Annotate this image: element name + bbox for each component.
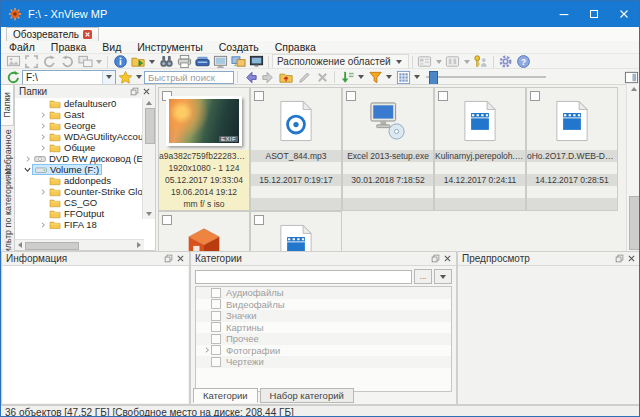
category-dropdown-button[interactable]: [434, 269, 452, 284]
tree-item[interactable]: Общие: [15, 142, 144, 153]
maximize-button[interactable]: [579, 1, 609, 27]
tab-category-sets[interactable]: Набор категорий: [260, 388, 354, 403]
info-icon[interactable]: [111, 54, 129, 69]
category-item[interactable]: Видеофайлы: [196, 299, 451, 311]
tree-item[interactable]: defaultuser0: [15, 98, 144, 109]
expander-closed-icon[interactable]: [38, 134, 47, 140]
minimize-button[interactable]: [549, 1, 579, 27]
edit-icon[interactable]: [295, 70, 313, 85]
tree-item[interactable]: Volume (F:): [15, 164, 144, 175]
float-panel-icon[interactable]: [130, 87, 139, 96]
menu-item-0[interactable]: Файл: [1, 41, 43, 53]
slideshow-icon[interactable]: [247, 54, 265, 69]
category-checkbox[interactable]: [211, 345, 221, 355]
print-icon[interactable]: [175, 54, 193, 69]
tree-item[interactable]: addonpeds: [15, 175, 144, 186]
slider-thumb[interactable]: [429, 71, 438, 85]
forward-icon[interactable]: [259, 70, 277, 85]
menu-item-5[interactable]: Справка: [267, 41, 324, 53]
layout-areas-button[interactable]: Расположение областей: [272, 54, 409, 69]
sort-dropdown-icon[interactable]: [358, 75, 364, 79]
category-checkbox[interactable]: [211, 311, 221, 321]
tree-item[interactable]: Counter-Strike Global Of: [15, 186, 144, 197]
category-item[interactable]: Чертежи: [196, 356, 451, 368]
expander-closed-icon[interactable]: [38, 189, 47, 195]
quick-search-input[interactable]: [144, 71, 234, 84]
close-panel-icon[interactable]: [443, 254, 452, 263]
expander-closed-icon[interactable]: [38, 123, 47, 129]
login-key-icon[interactable]: [472, 54, 490, 69]
browse-folder-icon[interactable]: [129, 54, 147, 69]
float-panel-icon[interactable]: [431, 254, 440, 263]
expander-closed-icon[interactable]: [23, 156, 32, 162]
tab-browser[interactable]: Обозреватель: [6, 27, 99, 41]
refresh-icon[interactable]: [4, 70, 22, 85]
tree-item[interactable]: George: [15, 120, 144, 131]
tree-item[interactable]: Gast: [15, 109, 144, 120]
close-button[interactable]: [609, 1, 639, 27]
filter-dropdown-icon[interactable]: [386, 75, 392, 79]
grid-view-dropdown-icon[interactable]: [414, 75, 420, 79]
search-binoculars-icon[interactable]: [157, 54, 175, 69]
category-checkbox[interactable]: [211, 322, 221, 332]
file-item[interactable]: EXIFa9a382c759fb222832f68b2d...1920x1080…: [158, 87, 250, 211]
fullscreen-icon[interactable]: [22, 54, 40, 69]
rotate-right-icon[interactable]: [58, 54, 76, 69]
capture-screen-icon[interactable]: [211, 54, 229, 69]
expander-open-icon[interactable]: [23, 166, 32, 173]
convert-dropdown-icon[interactable]: [96, 60, 102, 64]
file-item[interactable]: [158, 211, 250, 252]
tree-item[interactable]: FIFA 18: [15, 219, 144, 229]
file-item[interactable]: Excel 2013-setup.exe30.01.2018 7:18:52: [342, 87, 434, 211]
sort-icon[interactable]: [338, 70, 356, 85]
float-panel-icon[interactable]: [615, 254, 624, 263]
browser-vertical-scrollbar[interactable]: [626, 84, 640, 251]
close-panel-icon[interactable]: [142, 87, 151, 96]
thumbnail-settings-dropdown-icon[interactable]: [436, 60, 442, 64]
thumbnail-size-slider[interactable]: [426, 70, 546, 84]
menu-item-1[interactable]: Правка: [43, 41, 94, 53]
menu-item-2[interactable]: Вид: [94, 41, 129, 53]
tree-item[interactable]: DVD RW дисковод (E:): [15, 153, 144, 164]
folder-up-icon[interactable]: [277, 70, 295, 85]
category-checkbox[interactable]: [211, 288, 221, 298]
side-tab-2[interactable]: Фильтр по категориям: [1, 179, 14, 250]
menu-item-3[interactable]: Инструменты: [129, 41, 210, 53]
close-panel-icon[interactable]: [176, 254, 185, 263]
tree-item[interactable]: FFOutput: [15, 208, 144, 219]
category-item[interactable]: Значки: [196, 310, 451, 322]
scan-icon[interactable]: [193, 54, 211, 69]
category-browse-button[interactable]: ...: [414, 269, 432, 284]
filter-funnel-icon[interactable]: [366, 70, 384, 85]
expander-closed-icon[interactable]: [38, 112, 47, 118]
convert-icon[interactable]: [76, 54, 94, 69]
view-image-icon[interactable]: [4, 54, 22, 69]
file-item[interactable]: oHo.2O17.D.WEB-DL.720p...14.12.2017 0:28…: [526, 87, 618, 211]
thumbnail-settings-icon[interactable]: [416, 54, 434, 69]
panel-toggle-icon[interactable]: [622, 70, 640, 85]
category-checkbox[interactable]: [211, 357, 221, 367]
category-checkbox[interactable]: [211, 334, 221, 344]
rotate-left-icon[interactable]: [40, 54, 58, 69]
address-dropdown-icon[interactable]: [102, 71, 115, 84]
expander-closed-icon[interactable]: [38, 222, 47, 228]
tree-item[interactable]: WDAGUtilityAccount: [15, 131, 144, 142]
tree-vertical-scrollbar[interactable]: [142, 98, 155, 219]
compare-images-icon[interactable]: [229, 54, 247, 69]
menu-item-4[interactable]: Создать: [211, 41, 267, 53]
grid-view-icon[interactable]: [394, 70, 412, 85]
file-item[interactable]: Kulinarnyj.perepoloh.2017.P...14.12.2017…: [434, 87, 526, 211]
side-tab-0[interactable]: Папки: [1, 84, 14, 126]
fit-mode-icon[interactable]: [444, 54, 462, 69]
file-item[interactable]: ASOT_844.mp315.12.2017 0:19:17: [250, 87, 342, 211]
category-item[interactable]: Фотографии: [196, 345, 451, 357]
close-panel-icon[interactable]: [627, 254, 636, 263]
help-icon[interactable]: ?: [515, 54, 533, 69]
settings-gear-icon[interactable]: [497, 54, 515, 69]
tree-horizontal-scrollbar[interactable]: [15, 239, 144, 250]
file-item[interactable]: [250, 211, 342, 252]
address-combo[interactable]: F:\: [22, 70, 116, 85]
tab-close-icon[interactable]: [83, 30, 92, 39]
category-checkbox[interactable]: [211, 299, 221, 309]
expander-closed-icon[interactable]: [202, 347, 211, 353]
